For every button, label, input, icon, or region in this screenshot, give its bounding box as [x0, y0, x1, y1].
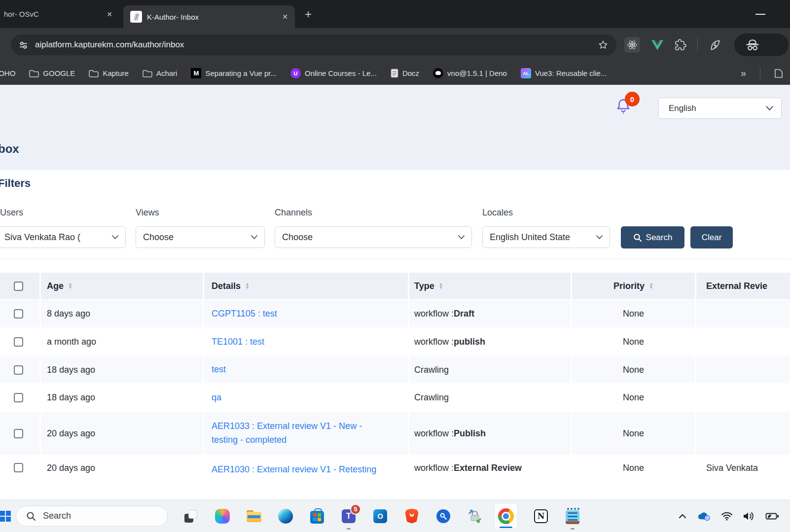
sort-icon[interactable]: ▲▼ [245, 283, 250, 289]
chevron-down-icon [251, 235, 257, 239]
column-header-external-review[interactable]: External Revie [696, 273, 790, 299]
vue-devtools-icon[interactable] [651, 39, 664, 51]
task-view-icon[interactable] [182, 508, 199, 525]
chrome-icon[interactable] [494, 503, 518, 530]
views-select[interactable]: Choose [136, 226, 265, 248]
users-select[interactable]: Siva Venkata Rao ( [0, 226, 126, 248]
onedrive-icon[interactable] [696, 511, 711, 521]
deno-icon [433, 68, 443, 78]
bookmark-folder-kapture[interactable]: Kapture [89, 69, 129, 77]
copilot-icon[interactable] [214, 508, 231, 525]
row-checkbox[interactable] [14, 463, 23, 472]
details-link[interactable]: AER1033 : External review V1 - New - tes… [212, 420, 378, 447]
bookmark-deno[interactable]: vno@1.5.1 | Deno [433, 68, 507, 78]
tab-osvc[interactable]: hor- OSvC ✕ [0, 0, 118, 28]
battery-saver-icon[interactable] [765, 512, 779, 520]
microsoft-store-icon[interactable] [309, 508, 325, 525]
bookmark-medium-article[interactable]: M Separating a Vue pr... [191, 68, 277, 78]
bookmark-udemy-courses[interactable]: U Online Courses - Le... [290, 68, 377, 78]
teams-icon[interactable]: T 5 [340, 508, 357, 525]
bookmark-zoho[interactable]: ZOHO [0, 69, 15, 77]
clear-button[interactable]: Clear [690, 226, 733, 248]
language-select[interactable]: English [658, 98, 782, 119]
type-cell: workflow : Draft [409, 300, 571, 327]
other-bookmarks-icon[interactable] [774, 69, 783, 78]
edge-icon[interactable] [277, 508, 294, 525]
teams-badge: 5 [350, 504, 361, 515]
extensions-puzzle-icon[interactable] [675, 39, 686, 51]
password-key-icon[interactable] [435, 508, 452, 525]
search-icon [26, 511, 36, 521]
locales-select[interactable]: English United State [482, 226, 610, 248]
age-cell: 20 days ago [41, 412, 203, 455]
energy-leaf-icon[interactable] [709, 38, 721, 51]
sort-icon[interactable]: ▲▼ [68, 283, 72, 289]
new-tab-button[interactable]: + [301, 7, 316, 22]
select-all-cell [0, 273, 39, 299]
channels-select[interactable]: Choose [275, 226, 472, 248]
column-header-age[interactable]: Age ▲▼ [41, 273, 203, 299]
bookmark-docz[interactable]: Docz [391, 69, 419, 78]
details-link[interactable]: qa [212, 391, 221, 405]
wifi-icon[interactable] [721, 512, 733, 521]
close-icon[interactable]: ✕ [282, 13, 288, 21]
address-bar[interactable]: aiplatform.kapturekm.com/kauthor/inbox [11, 35, 616, 55]
column-header-priority[interactable]: Priority ▲▼ [572, 273, 695, 299]
filter-locales: Locales English United State [482, 208, 610, 218]
select-all-checkbox[interactable] [14, 282, 23, 291]
close-icon[interactable]: ✕ [107, 10, 112, 18]
users-label: Users [0, 208, 126, 218]
brave-icon[interactable] [403, 508, 420, 525]
page-title: box [0, 142, 19, 156]
row-checkbox[interactable] [14, 429, 23, 438]
search-button[interactable]: Search [621, 226, 684, 248]
row-checkbox[interactable] [14, 365, 23, 375]
chevron-down-icon [596, 235, 603, 239]
type-cell: workflow : publish [409, 328, 571, 355]
filter-users: Users Siva Venkata Rao ( [0, 208, 126, 218]
channels-label: Channels [275, 208, 472, 218]
details-cell: qa [204, 384, 408, 411]
notion-icon[interactable]: N [533, 508, 549, 525]
document-icon [391, 69, 398, 78]
section-divider [0, 259, 790, 259]
sort-icon[interactable]: ▲▼ [649, 283, 653, 289]
winscp-icon[interactable] [467, 508, 483, 525]
bookmark-folder-achari[interactable]: Achari [143, 69, 178, 77]
bookmark-vue3-article[interactable]: AL Vue3: Reusable clie... [521, 68, 607, 78]
medium-icon: M [191, 68, 201, 78]
window-minimize-button[interactable] [755, 14, 765, 15]
row-checkbox[interactable] [14, 309, 23, 319]
details-link[interactable]: TE1001 : test [212, 335, 264, 349]
details-link[interactable]: AER1030 : External review V1 - Retesting [212, 463, 376, 477]
details-cell: AER1033 : External review V1 - New - tes… [204, 412, 408, 455]
priority-cell: None [572, 328, 695, 355]
details-link[interactable]: CGPT1105 : test [212, 307, 277, 321]
screen: hor- OSvC ✕ K-Author- Inbox ✕ + [0, 0, 790, 532]
incognito-profile-button[interactable] [734, 34, 789, 56]
type-cell: Crawling [409, 384, 571, 411]
notepad-icon[interactable] [564, 508, 581, 525]
row-checkbox[interactable] [14, 393, 23, 402]
bookmark-folder-google[interactable]: GOOGLE [29, 69, 75, 77]
outlook-icon[interactable]: O [372, 508, 389, 525]
file-explorer-icon[interactable] [246, 508, 262, 525]
taskbar-search[interactable]: Search [16, 506, 168, 527]
bookmarks-overflow-chevron[interactable]: » [741, 68, 746, 79]
tune-icon[interactable] [19, 40, 28, 50]
sort-icon[interactable]: ▲▼ [439, 283, 443, 289]
tab-osvc-title: hor- OSvC [4, 10, 39, 18]
tab-kauthor-inbox[interactable]: K-Author- Inbox ✕ [123, 5, 295, 28]
row-checkbox[interactable] [14, 337, 23, 347]
age-cell: 18 days ago [41, 356, 203, 383]
toolbar-separator [697, 38, 698, 51]
column-header-type[interactable]: Type ▲▼ [409, 273, 571, 299]
details-link[interactable]: test [212, 363, 226, 377]
react-devtools-icon[interactable] [624, 37, 640, 53]
bookmark-star-icon[interactable] [598, 39, 609, 50]
column-header-details[interactable]: Details ▲▼ [204, 273, 408, 299]
tray-chevron-icon[interactable] [679, 514, 686, 519]
volume-icon[interactable] [743, 511, 755, 521]
folder-icon [29, 70, 39, 77]
start-icon[interactable] [0, 511, 11, 522]
